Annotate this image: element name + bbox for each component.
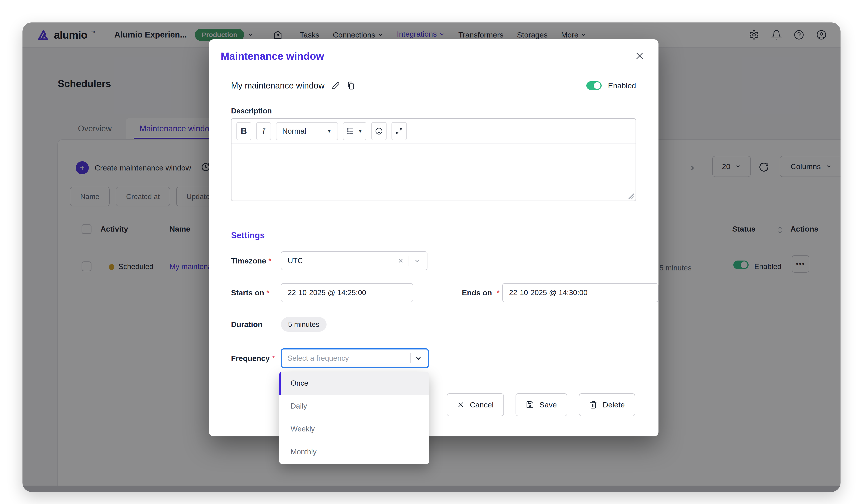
required-mark: *: [272, 354, 275, 363]
divider: [410, 353, 411, 363]
save-floppy-icon: [526, 401, 534, 409]
ends-on-label: Ends on: [462, 288, 492, 297]
clear-icon[interactable]: [397, 257, 404, 264]
dates-row: Starts on * 22-10-2025 @ 14:25:00 Ends o…: [231, 283, 636, 302]
bold-button[interactable]: B: [236, 122, 251, 140]
maintenance-name: My maintenance window: [231, 81, 325, 91]
frequency-placeholder: Select a frequency: [287, 354, 349, 362]
resize-handle[interactable]: [628, 193, 634, 199]
frequency-option-daily[interactable]: Daily: [279, 395, 429, 417]
description-textarea[interactable]: [232, 144, 636, 201]
required-mark: *: [268, 257, 271, 265]
trash-icon: [589, 401, 597, 409]
expand-icon: [395, 127, 403, 135]
save-button[interactable]: Save: [515, 393, 567, 416]
required-mark: *: [266, 288, 269, 297]
editor-toolbar: B I Normal ▼ ▼: [232, 119, 636, 144]
emoji-button[interactable]: [371, 122, 387, 140]
close-icon: [457, 401, 464, 408]
fullscreen-button[interactable]: [391, 122, 407, 140]
maintenance-name-row: My maintenance window Enabled: [231, 79, 636, 92]
starts-on-label: Starts on: [231, 288, 264, 297]
paragraph-format-select[interactable]: Normal ▼: [276, 122, 338, 140]
timezone-select[interactable]: UTC: [281, 251, 427, 270]
italic-button[interactable]: I: [256, 122, 271, 140]
toggle-knob: [594, 82, 601, 89]
close-icon[interactable]: [635, 51, 645, 61]
enabled-label: Enabled: [608, 81, 636, 90]
frequency-label: Frequency: [231, 354, 270, 363]
enabled-toggle[interactable]: [586, 81, 602, 90]
enabled-group: Enabled: [586, 81, 636, 90]
frequency-option-monthly[interactable]: Monthly: [279, 440, 429, 463]
required-mark: *: [497, 288, 500, 297]
starts-on-input[interactable]: 22-10-2025 @ 14:25:00: [281, 283, 413, 302]
copy-icon[interactable]: [347, 81, 355, 90]
triangle-down-icon: ▼: [327, 128, 332, 134]
frequency-option-weekly[interactable]: Weekly: [279, 417, 429, 440]
timezone-label: Timezone: [231, 257, 266, 265]
frequency-option-once[interactable]: Once: [279, 372, 429, 395]
frequency-controls: [410, 353, 422, 363]
timezone-controls: [397, 256, 421, 266]
description-editor[interactable]: B I Normal ▼ ▼: [231, 118, 636, 201]
cancel-button[interactable]: Cancel: [447, 393, 504, 416]
chevron-down-icon[interactable]: [414, 257, 421, 264]
description-label: Description: [231, 107, 272, 115]
smiley-icon: [375, 127, 383, 135]
list-format-select[interactable]: ▼: [343, 122, 366, 140]
edit-pencil-icon[interactable]: [331, 81, 340, 90]
duration-row: Duration 5 minutes: [231, 318, 636, 331]
modal-title: Maintenance window: [221, 50, 324, 62]
duration-value-pill: 5 minutes: [281, 317, 327, 332]
duration-label: Duration: [231, 320, 262, 329]
list-icon: [347, 127, 354, 135]
settings-heading: Settings: [231, 231, 265, 240]
timezone-row: Timezone * UTC: [231, 251, 636, 270]
divider: [409, 256, 409, 266]
modal-buttons: Cancel Save Delete: [447, 393, 635, 416]
frequency-row: Frequency * Select a frequency: [231, 348, 636, 369]
frequency-dropdown: Once Daily Weekly Monthly: [279, 372, 429, 464]
chevron-down-icon[interactable]: [415, 354, 422, 362]
screen: alumio ™ Alumio Experien... Production T…: [0, 0, 863, 504]
triangle-down-icon: ▼: [358, 128, 363, 134]
delete-button[interactable]: Delete: [579, 393, 635, 416]
frequency-select[interactable]: Select a frequency: [281, 348, 429, 368]
maintenance-window-modal: Maintenance window My maintenance window…: [209, 39, 659, 436]
ends-on-input[interactable]: 22-10-2025 @ 14:30:00: [502, 283, 659, 302]
